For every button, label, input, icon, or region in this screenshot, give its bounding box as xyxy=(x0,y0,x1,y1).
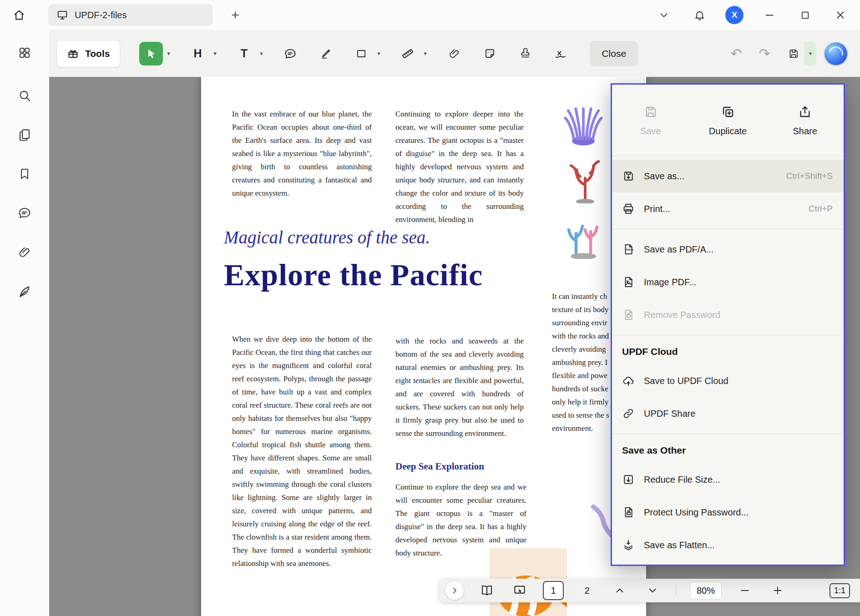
pen-tool-button[interactable] xyxy=(314,42,338,66)
menu-item-save-as-pdfa[interactable]: PDF/A Save as PDF/A... xyxy=(612,233,844,266)
menu-item-save-as-flatten[interactable]: Save as Flatten... xyxy=(612,529,844,561)
menu-item-reduce-file-size[interactable]: Reduce File Size... xyxy=(612,463,844,496)
pdfa-icon: PDF/A xyxy=(622,243,635,256)
menu-item-remove-password[interactable]: Remove Password xyxy=(612,298,844,331)
select-tool-dropdown[interactable]: ▾ xyxy=(163,42,174,66)
notifications-button[interactable] xyxy=(690,5,709,25)
tab-list-dropdown-button[interactable] xyxy=(654,5,673,25)
avatar-initial: X xyxy=(732,10,738,20)
redo-button[interactable]: ↷ xyxy=(754,44,774,64)
close-edit-button[interactable]: Close xyxy=(590,41,638,66)
sidebar-attachments-button[interactable] xyxy=(13,240,36,264)
menu-item-print[interactable]: Print... Ctrl+P xyxy=(612,192,844,225)
redo-icon: ↷ xyxy=(759,45,770,61)
sidebar-comments-button[interactable] xyxy=(13,201,36,225)
comment-icon xyxy=(18,206,31,220)
chevron-down-icon xyxy=(647,585,658,596)
ai-assistant-button[interactable] xyxy=(825,42,847,65)
red-coral-image xyxy=(565,158,605,203)
comment-tool-button[interactable] xyxy=(278,42,302,66)
sidebar-ink-sign-button[interactable] xyxy=(13,279,36,303)
measure-tool-button[interactable] xyxy=(396,42,420,66)
save-as-icon xyxy=(622,170,635,182)
minimize-button[interactable] xyxy=(760,5,779,25)
duplicate-icon xyxy=(721,105,735,119)
pen-icon xyxy=(320,47,332,60)
attach-tool-button[interactable] xyxy=(442,42,466,66)
stamp-tool-button[interactable] xyxy=(513,42,537,66)
menu-item-save-to-cloud[interactable]: Save to UPDF Cloud xyxy=(612,364,844,397)
previous-page-button[interactable] xyxy=(610,581,629,600)
menu-item-save-as[interactable]: Save as... Ctrl+Shift+S xyxy=(612,160,844,192)
measure-tool-dropdown[interactable]: ▾ xyxy=(420,42,430,66)
doc-title: Explore the Pacific xyxy=(224,257,483,293)
page-layout-button[interactable] xyxy=(477,581,496,600)
undo-button[interactable]: ↶ xyxy=(726,44,746,64)
tab-title: UPDF-2-files xyxy=(75,10,126,20)
blue-coral-image xyxy=(562,212,605,259)
new-tab-button[interactable]: + xyxy=(226,5,245,25)
zoom-in-button[interactable] xyxy=(768,581,787,600)
menu-share-button[interactable]: Share xyxy=(766,105,844,136)
next-page-number[interactable]: 2 xyxy=(577,581,597,600)
sea-anemone-image xyxy=(561,97,606,147)
doc-clipped-column: It can instantly ch texture of its body … xyxy=(552,290,609,435)
updf-window: UPDF-2-files + X xyxy=(0,0,860,616)
heading-tool-button[interactable]: H xyxy=(186,42,209,66)
menu-item-updf-share[interactable]: UPDF Share xyxy=(612,397,844,430)
tools-button[interactable]: Tools xyxy=(56,40,120,67)
close-icon xyxy=(835,9,846,21)
menu-item-image-pdf[interactable]: Image PDF... xyxy=(612,266,844,298)
shape-tool-button[interactable] xyxy=(349,42,373,66)
sidebar-search-button[interactable] xyxy=(13,84,36,107)
save-button[interactable] xyxy=(783,42,804,66)
tools-label: Tools xyxy=(85,48,110,59)
menu-save-button[interactable]: Save xyxy=(612,105,689,136)
reduce-file-size-icon xyxy=(622,473,635,486)
shape-tool-group: ▾ xyxy=(349,42,384,66)
close-window-button[interactable] xyxy=(831,5,850,25)
maximize-button[interactable] xyxy=(795,5,814,25)
document-tab[interactable]: UPDF-2-files xyxy=(48,4,213,26)
signature-tool-button[interactable] xyxy=(549,42,572,66)
doc-paragraph-5: Continue to explore the deep sea and we … xyxy=(395,480,526,560)
select-tool-button[interactable] xyxy=(139,42,163,66)
home-button[interactable] xyxy=(8,4,30,26)
square-icon xyxy=(355,48,367,60)
actual-size-button[interactable]: 1:1 xyxy=(830,583,850,598)
pdf-page[interactable]: In the vast embrace of our blue planet, … xyxy=(201,77,646,616)
current-page-input[interactable]: 1 xyxy=(543,581,564,600)
expand-bar-button[interactable] xyxy=(445,581,464,600)
text-tool-dropdown[interactable]: ▾ xyxy=(256,42,267,66)
sidebar-panels-button[interactable] xyxy=(13,41,36,65)
paperclip-icon xyxy=(18,245,31,259)
shape-tool-dropdown[interactable]: ▾ xyxy=(373,42,384,66)
sidebar-bookmarks-button[interactable] xyxy=(13,162,36,186)
text-letter-icon: T xyxy=(241,47,248,60)
book-view-icon xyxy=(480,584,494,597)
doc-paragraph-4: with the rocks and seaweeds at the botto… xyxy=(395,334,524,440)
zoom-out-button[interactable] xyxy=(735,581,754,600)
presentation-mode-icon xyxy=(513,584,526,597)
maximize-icon xyxy=(799,10,811,21)
menu-item-protect-using-password[interactable]: Protect Using Password... xyxy=(612,496,844,529)
text-tool-group: T ▾ xyxy=(232,42,267,66)
presentation-mode-button[interactable] xyxy=(510,581,529,600)
save-dropdown-button[interactable]: ▾ xyxy=(804,42,816,66)
save-icon xyxy=(788,48,799,60)
sticker-icon xyxy=(484,47,496,60)
user-avatar[interactable]: X xyxy=(725,6,744,24)
monitor-icon xyxy=(56,9,68,21)
minus-icon xyxy=(739,585,751,596)
heading-tool-dropdown[interactable]: ▾ xyxy=(209,42,220,66)
sidebar-thumbnails-button[interactable] xyxy=(13,123,36,146)
zoom-level[interactable]: 80% xyxy=(690,582,722,600)
sticker-tool-button[interactable] xyxy=(478,42,501,66)
menu-duplicate-button[interactable]: Duplicate xyxy=(689,105,767,136)
save-split-button: ▾ xyxy=(783,42,816,66)
text-tool-button[interactable]: T xyxy=(232,42,256,66)
measure-tool-group: ▾ xyxy=(396,42,430,66)
shortcut-label: Ctrl+Shift+S xyxy=(786,171,833,181)
next-page-button[interactable] xyxy=(643,581,662,600)
chevron-up-icon xyxy=(614,585,626,596)
